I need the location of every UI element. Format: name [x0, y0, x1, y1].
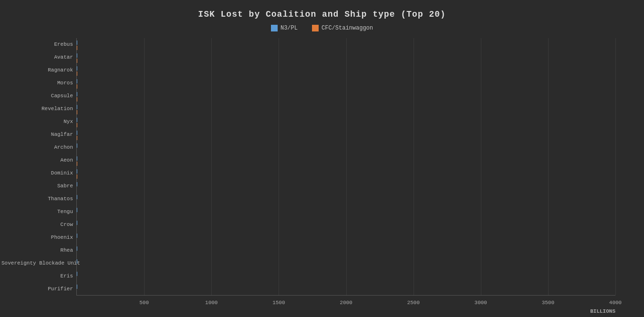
ship-label-archon: Archon — [1, 144, 73, 150]
bar-n3-purifier — [77, 285, 77, 289]
table-row: Crow — [77, 218, 615, 231]
bar-n3-avatar — [77, 53, 77, 58]
ship-label-moros: Moros — [1, 80, 73, 86]
legend-label-n3pl: N3/PL — [280, 25, 298, 31]
x-tick-500: 500 — [139, 300, 149, 306]
x-tick-2000: 2000 — [340, 300, 352, 306]
bar-n3-capsule — [77, 92, 77, 96]
bar-n3-revelation — [77, 105, 77, 109]
bar-group-ragnarok — [77, 66, 77, 76]
bar-n3-dominix — [77, 169, 77, 174]
bar-n3-rhea — [77, 246, 77, 251]
bar-n3-phoenix — [77, 234, 77, 238]
table-row: Moros — [77, 77, 615, 90]
legend-n3pl: N3/PL — [271, 25, 298, 31]
table-row: Aeon — [77, 154, 615, 167]
ship-label-purifier: Purifier — [1, 286, 73, 292]
bar-cfc-erebus — [77, 46, 77, 50]
legend-cfc: CFC/Stainwaggon — [312, 25, 373, 31]
bar-group-tengu — [77, 208, 77, 212]
ship-label-crow: Crow — [1, 222, 73, 227]
bar-group-phoenix — [77, 234, 77, 238]
ship-label-dominix: Dominix — [1, 170, 73, 176]
bars-area: BILLIONS 5001000150020002500300035004000… — [76, 38, 615, 296]
ship-label-thanatos: Thanatos — [1, 196, 73, 202]
table-row: Revelation — [77, 102, 615, 115]
table-row: Dominix — [77, 167, 615, 180]
bar-n3-naglfar — [77, 131, 77, 135]
ship-label-ragnarok: Ragnarok — [1, 67, 73, 73]
bar-n3-ragnarok — [77, 66, 77, 71]
bar-cfc-nyx — [77, 123, 77, 127]
ship-label-erebus: Erebus — [1, 41, 73, 47]
legend-color-n3pl — [271, 25, 278, 31]
ship-label-sabre: Sabre — [1, 183, 73, 189]
bar-n3-thanatos — [77, 195, 77, 199]
table-row: Sovereignty Blockade Unit — [77, 256, 615, 269]
bar-group-sabre — [77, 182, 77, 186]
table-row: Erebus — [77, 38, 615, 51]
table-row: Capsule — [77, 90, 615, 102]
bar-group-purifier — [77, 285, 77, 289]
bar-cfc-moros — [77, 84, 77, 89]
ship-label-sovereignty-blockade-unit: Sovereignty Blockade Unit — [1, 260, 73, 266]
table-row: Phoenix — [77, 231, 615, 244]
table-row: Tengu — [77, 205, 615, 218]
grid-line-4000 — [615, 38, 616, 295]
bar-cfc-avatar — [77, 59, 77, 63]
table-row: Purifier — [77, 282, 615, 295]
bar-group-dominix — [77, 169, 77, 179]
table-row: Thanatos — [77, 192, 615, 205]
bar-group-rhea — [77, 246, 77, 251]
bar-n3-crow — [77, 221, 77, 225]
x-tick-3000: 3000 — [475, 300, 487, 306]
ship-label-rhea: Rhea — [1, 247, 73, 253]
bar-n3-eris — [77, 272, 77, 276]
ship-label-nyx: Nyx — [1, 119, 73, 124]
bar-group-moros — [77, 79, 77, 89]
bar-n3-nyx — [77, 118, 77, 122]
bar-n3-moros — [77, 79, 77, 83]
x-tick-4000: 4000 — [609, 300, 622, 306]
ship-label-avatar: Avatar — [1, 54, 73, 60]
legend-color-cfc — [312, 25, 319, 31]
ship-label-naglfar: Naglfar — [1, 132, 73, 137]
table-row: Avatar — [77, 51, 615, 64]
ship-label-revelation: Revelation — [1, 106, 73, 112]
bar-group-aeon — [77, 156, 77, 166]
bar-group-archon — [77, 143, 77, 148]
table-row: Archon — [77, 141, 615, 154]
chart-area: BILLIONS 5001000150020002500300035004000… — [76, 38, 615, 296]
chart-title: ISK Lost by Coalition and Ship type (Top… — [29, 10, 615, 19]
legend: N3/PL CFC/Stainwaggon — [29, 25, 615, 31]
chart-container: ISK Lost by Coalition and Ship type (Top… — [0, 0, 644, 317]
table-row: Rhea — [77, 244, 615, 256]
bar-group-naglfar — [77, 131, 77, 140]
x-tick-3500: 3500 — [542, 300, 554, 306]
ship-label-phoenix: Phoenix — [1, 235, 73, 240]
ship-label-capsule: Capsule — [1, 93, 73, 99]
ship-label-eris: Eris — [1, 273, 73, 279]
bar-n3-archon — [77, 143, 77, 148]
bar-group-revelation — [77, 105, 77, 114]
bar-n3-sabre — [77, 182, 77, 186]
ship-label-tengu: Tengu — [1, 209, 73, 215]
bar-group-thanatos — [77, 195, 77, 199]
bar-group-capsule — [77, 92, 77, 102]
bar-n3-tengu — [77, 208, 77, 212]
bar-cfc-revelation — [77, 110, 77, 114]
bar-n3-sovereignty-blockade-unit — [77, 259, 77, 264]
table-row: Nyx — [77, 115, 615, 128]
bar-group-erebus — [77, 41, 77, 50]
bar-group-avatar — [77, 53, 77, 63]
table-row: Sabre — [77, 179, 615, 192]
x-tick-1500: 1500 — [272, 300, 285, 306]
x-tick-1000: 1000 — [205, 300, 218, 306]
table-row: Ragnarok — [77, 64, 615, 77]
bar-n3-aeon — [77, 156, 77, 161]
bar-group-crow — [77, 221, 77, 225]
bar-cfc-naglfar — [77, 136, 77, 140]
bar-cfc-ragnarok — [77, 72, 77, 76]
table-row: Naglfar — [77, 128, 615, 141]
ship-label-aeon: Aeon — [1, 157, 73, 163]
